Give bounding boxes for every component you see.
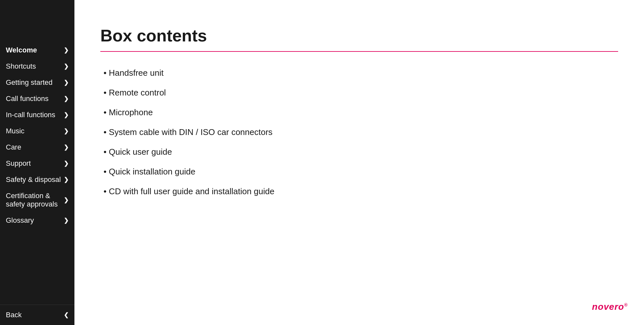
sidebar-item-shortcuts[interactable]: Shortcuts❯ [0, 58, 74, 74]
main-content: Box contents Handsfree unitRemote contro… [74, 0, 644, 325]
back-chevron-icon: ❮ [64, 311, 69, 319]
registered-symbol: ® [624, 302, 628, 308]
page-title: Box contents [100, 26, 618, 45]
sidebar-item-care[interactable]: Care❯ [0, 139, 74, 155]
sidebar: Welcome❯Shortcuts❯Getting started❯Call f… [0, 0, 74, 325]
sidebar-item-safety-disposal[interactable]: Safety & disposal❯ [0, 172, 74, 188]
chevron-right-icon-call-functions: ❯ [64, 95, 69, 102]
chevron-right-icon-glossary: ❯ [64, 217, 69, 224]
chevron-right-icon-certification: ❯ [64, 196, 69, 204]
novero-logo: novero® [592, 302, 628, 312]
sidebar-item-label-certification: Certification & safety approvals [6, 192, 64, 208]
sidebar-item-support[interactable]: Support❯ [0, 155, 74, 172]
sidebar-item-in-call-functions[interactable]: In-call functions❯ [0, 107, 74, 123]
sidebar-item-music[interactable]: Music❯ [0, 123, 74, 139]
sidebar-item-welcome[interactable]: Welcome❯ [0, 42, 74, 58]
chevron-right-icon-shortcuts: ❯ [64, 63, 69, 70]
sidebar-item-label-call-functions: Call functions [6, 95, 49, 103]
chevron-right-icon-support: ❯ [64, 160, 69, 167]
sidebar-item-label-support: Support [6, 159, 31, 168]
back-button-label: Back [6, 311, 22, 319]
sidebar-footer[interactable]: Back ❮ [0, 305, 74, 325]
sidebar-item-label-safety-disposal: Safety & disposal [6, 175, 61, 184]
chevron-right-icon-in-call-functions: ❯ [64, 111, 69, 118]
content-list-item-2: Microphone [100, 107, 618, 118]
content-list: Handsfree unitRemote controlMicrophoneSy… [100, 68, 618, 196]
sidebar-item-label-shortcuts: Shortcuts [6, 62, 36, 71]
sidebar-item-certification[interactable]: Certification & safety approvals❯ [0, 188, 74, 212]
content-list-item-5: Quick installation guide [100, 167, 618, 177]
content-list-item-6: CD with full user guide and installation… [100, 186, 618, 196]
title-divider [100, 51, 618, 52]
sidebar-item-label-welcome: Welcome [6, 46, 37, 54]
content-list-item-0: Handsfree unit [100, 68, 618, 78]
sidebar-item-label-getting-started: Getting started [6, 78, 52, 87]
sidebar-item-label-music: Music [6, 127, 24, 135]
chevron-right-icon-music: ❯ [64, 128, 69, 135]
content-list-item-3: System cable with DIN / ISO car connecto… [100, 127, 618, 137]
sidebar-item-label-glossary: Glossary [6, 216, 34, 225]
content-list-item-1: Remote control [100, 88, 618, 98]
chevron-right-icon-safety-disposal: ❯ [64, 176, 69, 183]
sidebar-nav: Welcome❯Shortcuts❯Getting started❯Call f… [0, 0, 74, 305]
sidebar-item-label-care: Care [6, 143, 21, 151]
chevron-right-icon-welcome: ❯ [64, 47, 69, 54]
sidebar-item-label-in-call-functions: In-call functions [6, 111, 55, 119]
sidebar-item-call-functions[interactable]: Call functions❯ [0, 91, 74, 107]
chevron-right-icon-care: ❯ [64, 144, 69, 151]
chevron-right-icon-getting-started: ❯ [64, 79, 69, 86]
sidebar-item-getting-started[interactable]: Getting started❯ [0, 74, 74, 91]
content-list-item-4: Quick user guide [100, 147, 618, 157]
novero-logo-text: novero [592, 302, 624, 312]
sidebar-item-glossary[interactable]: Glossary❯ [0, 212, 74, 229]
